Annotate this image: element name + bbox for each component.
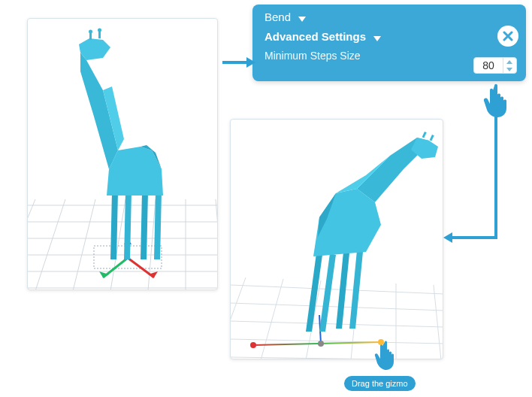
svg-line-44 bbox=[253, 342, 381, 345]
svg-point-46 bbox=[250, 342, 256, 348]
panel-section-text: Advanced Settings bbox=[264, 30, 366, 43]
svg-marker-52 bbox=[349, 250, 363, 329]
stepper bbox=[503, 58, 515, 73]
panel-title[interactable]: Bend bbox=[264, 11, 306, 25]
svg-marker-67 bbox=[246, 57, 255, 68]
model-giraffe-bent bbox=[306, 132, 438, 332]
step-down-button[interactable] bbox=[503, 65, 515, 73]
svg-point-31 bbox=[98, 29, 101, 32]
svg-marker-60 bbox=[298, 17, 306, 22]
svg-marker-17 bbox=[99, 271, 109, 277]
svg-point-30 bbox=[89, 30, 92, 34]
chevron-down-icon bbox=[373, 32, 381, 44]
viewport-after-svg bbox=[231, 120, 443, 359]
svg-line-43 bbox=[434, 285, 441, 359]
gizmo-tooltip: Drag the gizmo bbox=[344, 376, 416, 391]
svg-marker-65 bbox=[506, 68, 512, 71]
panel-title-text: Bend bbox=[264, 11, 291, 23]
transform-gizmo[interactable] bbox=[250, 315, 384, 348]
bend-settings-panel: Bend Advanced Settings Minimum Steps Siz… bbox=[252, 5, 526, 81]
svg-marker-22 bbox=[141, 192, 148, 259]
svg-line-38 bbox=[231, 277, 246, 359]
svg-line-6 bbox=[28, 199, 35, 290]
chevron-down-icon bbox=[298, 12, 306, 25]
svg-point-48 bbox=[318, 341, 324, 347]
svg-line-33 bbox=[231, 285, 443, 294]
pointer-hand-icon bbox=[478, 81, 517, 120]
tutorial-figure: Bend Advanced Settings Minimum Steps Siz… bbox=[0, 0, 532, 397]
svg-marker-61 bbox=[373, 36, 381, 41]
svg-line-8 bbox=[73, 199, 95, 290]
svg-marker-50 bbox=[319, 253, 336, 332]
step-up-button[interactable] bbox=[503, 58, 515, 65]
min-steps-label: Minimum Steps Size bbox=[264, 50, 361, 62]
viewport-before bbox=[27, 18, 218, 290]
svg-line-7 bbox=[35, 199, 65, 290]
viewport-before-svg bbox=[28, 19, 218, 290]
grid-floor bbox=[28, 199, 218, 290]
close-icon bbox=[503, 31, 513, 41]
min-steps-input[interactable] bbox=[474, 59, 503, 71]
viewport-after bbox=[230, 119, 443, 359]
svg-rect-57 bbox=[430, 135, 434, 141]
svg-line-12 bbox=[216, 199, 218, 290]
arrow-to-panel bbox=[222, 56, 255, 69]
pointer-hand-icon bbox=[370, 338, 404, 373]
panel-section[interactable]: Advanced Settings bbox=[264, 30, 381, 44]
close-button[interactable] bbox=[497, 26, 518, 47]
svg-rect-58 bbox=[422, 132, 427, 138]
svg-line-34 bbox=[231, 303, 443, 311]
min-steps-input-wrap bbox=[473, 57, 517, 74]
svg-marker-20 bbox=[110, 192, 118, 259]
svg-line-39 bbox=[261, 279, 283, 359]
svg-line-37 bbox=[231, 357, 443, 359]
svg-marker-68 bbox=[443, 232, 452, 243]
svg-marker-64 bbox=[506, 60, 512, 64]
